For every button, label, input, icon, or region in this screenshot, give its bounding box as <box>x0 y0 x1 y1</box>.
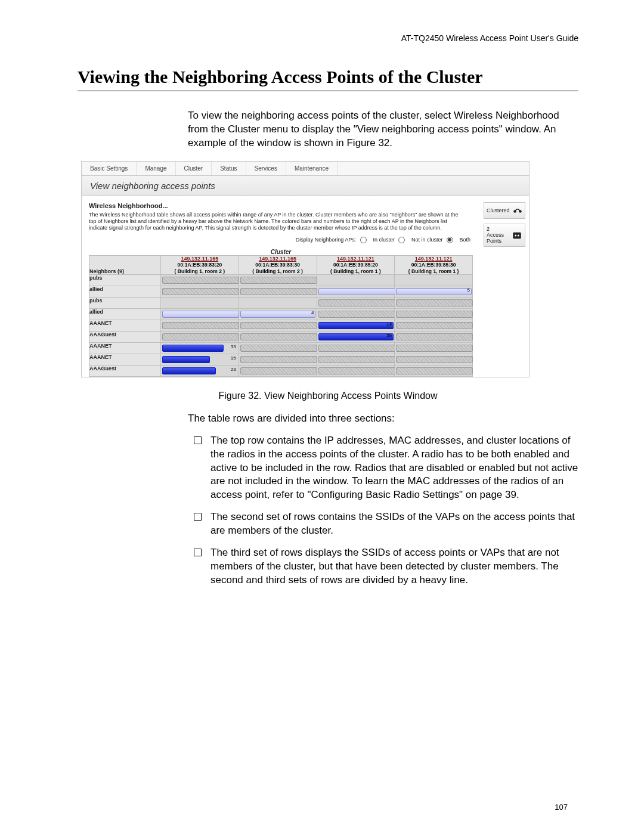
signal-bar <box>396 345 473 352</box>
table-row: AAANET33 <box>89 342 473 354</box>
neighbors-table: Neighbors (9) 149.132.11.165 00:1A:EB:39… <box>89 255 473 377</box>
page-number: 107 <box>555 803 568 812</box>
svg-point-3 <box>515 234 516 236</box>
signal-cell: 5 <box>395 286 473 297</box>
cluster-col-4: 149.132.11.121 00:1A:EB:39:85:30 ( Build… <box>395 255 473 274</box>
screenshot-panel: Basic Settings Manage Cluster Status Ser… <box>81 161 530 377</box>
cluster-ip-link[interactable]: 149.132.11.165 <box>161 256 239 262</box>
signal-cell <box>395 308 473 320</box>
signal-bar <box>162 277 239 284</box>
signal-cell <box>317 365 395 376</box>
signal-cell <box>317 342 395 354</box>
window-title: View neighboring access points <box>82 176 529 196</box>
signal-bar <box>318 322 394 329</box>
signal-bar <box>318 311 395 318</box>
signal-bar <box>396 299 473 306</box>
neighbor-ssid: AAANET <box>89 320 161 331</box>
list-item: The second set of rows contains the SSID… <box>208 510 578 538</box>
signal-bar <box>240 367 317 374</box>
signal-cell: 33 <box>161 342 239 354</box>
neighbor-ssid: AAAGuest <box>89 331 161 342</box>
signal-bar <box>162 288 239 295</box>
cluster-col-2: 149.132.11.165 00:1A:EB:39:83:30 ( Build… <box>239 255 317 274</box>
table-row: allied4 <box>89 308 473 320</box>
badge-access-points[interactable]: 2 Access Points <box>484 224 525 247</box>
signal-cell <box>239 274 317 286</box>
svg-rect-2 <box>513 232 521 239</box>
radio-in-cluster[interactable] <box>360 237 367 243</box>
body-intro: The table rows are divided into three se… <box>188 412 578 426</box>
table-row: AAAGuest23 <box>89 365 473 376</box>
neighbor-ssid: AAANET <box>89 342 161 354</box>
signal-cell <box>395 320 473 331</box>
signal-bar <box>396 356 473 363</box>
signal-bar <box>318 345 395 352</box>
signal-cell <box>161 274 239 286</box>
signal-cell <box>317 297 395 308</box>
signal-cell <box>161 320 239 331</box>
signal-cell <box>317 308 395 320</box>
tab-basic-settings[interactable]: Basic Settings <box>82 162 137 175</box>
radio-both-label[interactable]: Both <box>459 237 470 243</box>
signal-value: 14 <box>386 321 392 327</box>
signal-cell: 23 <box>161 365 239 376</box>
radio-not-in-cluster-label[interactable]: Not in cluster <box>411 237 443 243</box>
signal-bar <box>240 288 317 295</box>
cluster-col-3: 149.132.11.121 00:1A:EB:39:85:20 ( Build… <box>317 255 395 274</box>
signal-bar <box>162 356 210 363</box>
signal-bar <box>240 277 317 284</box>
signal-cell: 14 <box>317 320 395 331</box>
radio-in-cluster-label[interactable]: In cluster <box>373 237 395 243</box>
signal-cell <box>161 286 239 297</box>
signal-cell <box>317 286 395 297</box>
neighbor-ssid: AAAGuest <box>89 365 161 376</box>
radio-not-in-cluster[interactable] <box>398 237 405 243</box>
signal-bar <box>240 356 317 363</box>
signal-value: 4 <box>311 310 314 315</box>
cluster-heading: Cluster <box>89 249 473 255</box>
section-subhead: Wireless Neighborhood... <box>89 202 473 209</box>
signal-cell <box>161 308 239 320</box>
signal-bar <box>240 345 317 352</box>
signal-bar <box>240 311 316 318</box>
signal-cell <box>395 354 473 365</box>
badge-ap-text: 2 Access Points <box>487 227 504 244</box>
cluster-ip-link[interactable]: 149.132.11.121 <box>395 256 472 262</box>
bullet-list: The top row contains the IP addresses, M… <box>188 434 578 587</box>
figure-caption: Figure 32. View Neighboring Access Point… <box>78 391 578 401</box>
signal-bar <box>318 356 395 363</box>
cluster-ip-link[interactable]: 149.132.11.121 <box>317 256 395 262</box>
neighbor-ssid: AAANET <box>89 354 161 365</box>
tab-cluster[interactable]: Cluster <box>176 162 212 175</box>
side-badges: Clustered 2 Access Points <box>480 196 529 377</box>
signal-cell <box>161 331 239 342</box>
signal-cell <box>239 365 317 376</box>
signal-bar <box>396 322 473 329</box>
badge-clustered[interactable]: Clustered <box>484 202 525 219</box>
radio-both[interactable] <box>447 237 453 243</box>
cluster-ip-link[interactable]: 149.132.11.165 <box>239 256 317 262</box>
signal-cell: 4 <box>239 308 317 320</box>
tab-services[interactable]: Services <box>246 162 286 175</box>
svg-point-4 <box>518 234 519 236</box>
signal-cell <box>395 342 473 354</box>
neighbors-count-header: Neighbors (9) <box>89 255 161 274</box>
tab-manage[interactable]: Manage <box>137 162 175 175</box>
signal-bar <box>162 333 239 340</box>
signal-value: 5 <box>467 287 470 293</box>
tab-maintenance[interactable]: Maintenance <box>286 162 338 175</box>
signal-bar <box>318 299 395 306</box>
signal-cell <box>239 297 317 308</box>
table-row: pubs <box>89 274 473 286</box>
tab-status[interactable]: Status <box>212 162 246 175</box>
access-points-icon <box>512 230 522 241</box>
intro-paragraph: To view the neighboring access points of… <box>188 109 578 150</box>
signal-cell <box>317 354 395 365</box>
badge-clustered-label: Clustered <box>487 208 510 213</box>
signal-value: 23 <box>231 367 236 372</box>
list-item: The top row contains the IP addresses, M… <box>208 434 578 503</box>
signal-cell <box>395 331 473 342</box>
tab-bar: Basic Settings Manage Cluster Status Ser… <box>82 162 529 176</box>
signal-bar <box>240 322 317 329</box>
signal-cell <box>395 365 473 376</box>
